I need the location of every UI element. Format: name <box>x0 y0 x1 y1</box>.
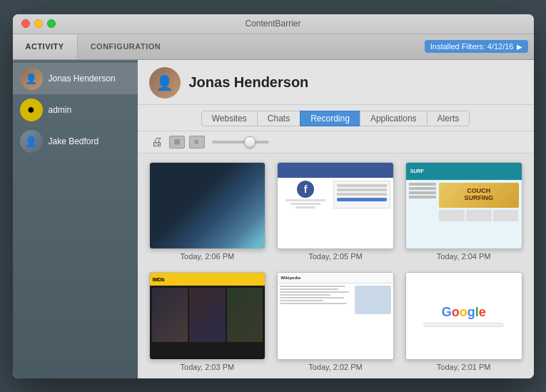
close-button[interactable] <box>21 19 30 28</box>
user-header-name: Jonas Henderson <box>189 74 309 91</box>
screenshot-time-4: Today, 2:02 PM <box>308 363 363 371</box>
content-panel: 👤 Jonas Henderson Websites Chats Recordi… <box>138 60 534 378</box>
avatar-jonas: 👤 <box>20 67 43 90</box>
screenshot-thumb-wiki[interactable]: Wikipedia <box>277 272 394 360</box>
screenshot-thumb-imdb[interactable]: IMDb <box>149 272 266 360</box>
thumb-maps-visual <box>150 163 266 249</box>
installed-filters-badge[interactable]: Installed Filters: 4/12/16 ▶ <box>425 40 528 53</box>
sidebar-label-jonas: Jonas Henderson <box>49 74 116 84</box>
slider-thumb <box>244 136 256 148</box>
app-toolbar: ACTIVITY CONFIGURATION Installed Filters… <box>13 34 534 60</box>
screenshots-area[interactable]: Today, 2:06 PM f <box>138 154 534 378</box>
titlebar: ContentBarrier <box>13 14 534 34</box>
sidebar-label-admin: admin <box>49 105 72 115</box>
screenshots-grid: Today, 2:06 PM f <box>149 162 522 372</box>
tab-alerts[interactable]: Alerts <box>427 111 470 126</box>
screenshot-thumb-couch[interactable]: SURF <box>405 162 522 250</box>
tab-activity[interactable]: ACTIVITY <box>13 34 78 59</box>
maximize-button[interactable] <box>47 19 56 28</box>
thumb-google-visual: Google <box>406 273 522 359</box>
installed-filters-arrow-icon: ▶ <box>517 43 522 51</box>
sidebar: 👤 Jonas Henderson ● admin 👤 Jake Bedford <box>13 60 138 378</box>
screenshot-thumb-google[interactable]: Google <box>405 272 522 360</box>
sidebar-item-admin[interactable]: ● admin <box>13 94 138 126</box>
user-header: 👤 Jonas Henderson <box>138 60 534 105</box>
size-slider[interactable] <box>212 141 269 144</box>
avatar-admin: ● <box>20 99 43 121</box>
tabs-bar: Websites Chats Recording Applications Al… <box>138 105 534 131</box>
view-controls: 🖨 ⊞ ≡ <box>138 131 534 154</box>
screenshot-thumb-facebook[interactable]: f <box>277 162 394 250</box>
app-window: ContentBarrier ACTIVITY CONFIGURATION In… <box>13 14 534 378</box>
tab-configuration[interactable]: CONFIGURATION <box>78 34 174 59</box>
view-icon-print[interactable]: 🖨 <box>149 136 165 149</box>
thumb-wiki-visual: Wikipedia <box>278 273 393 359</box>
thumb-couch-visual: SURF <box>406 163 522 249</box>
screenshot-item[interactable]: Google Today, 2:01 PM <box>405 272 522 371</box>
slider-track <box>212 141 269 144</box>
traffic-lights <box>21 19 56 28</box>
screenshot-item[interactable]: Today, 2:06 PM <box>149 162 266 261</box>
screenshot-item[interactable]: IMDb Today, 2:03 PM <box>149 272 266 371</box>
screenshot-time-1: Today, 2:05 PM <box>308 252 363 261</box>
sidebar-item-jake[interactable]: 👤 Jake Bedford <box>13 126 138 157</box>
minimize-button[interactable] <box>34 19 43 28</box>
view-icon-grid[interactable]: ⊞ <box>169 136 185 149</box>
view-icon-list[interactable]: ≡ <box>189 136 205 149</box>
thumb-imdb-visual: IMDb <box>150 273 266 359</box>
window-title: ContentBarrier <box>245 19 300 29</box>
tab-recording[interactable]: Recording <box>300 111 360 126</box>
screenshot-time-2: Today, 2:04 PM <box>437 252 491 261</box>
tab-chats[interactable]: Chats <box>257 111 300 126</box>
screenshot-item[interactable]: f <box>277 162 394 261</box>
user-header-avatar: 👤 <box>149 67 181 99</box>
main-area: 👤 Jonas Henderson ● admin 👤 Jake Bedford <box>13 60 534 378</box>
screenshot-time-5: Today, 2:01 PM <box>437 363 491 371</box>
tab-websites[interactable]: Websites <box>201 111 257 126</box>
screenshot-time-0: Today, 2:06 PM <box>181 252 235 261</box>
screenshot-time-3: Today, 2:03 PM <box>181 363 235 371</box>
avatar-jake: 👤 <box>20 130 43 153</box>
screenshot-item[interactable]: SURF <box>405 162 522 261</box>
sidebar-item-jonas[interactable]: 👤 Jonas Henderson <box>13 63 138 94</box>
tab-applications[interactable]: Applications <box>360 111 427 126</box>
sidebar-label-jake: Jake Bedford <box>49 136 99 146</box>
screenshot-item[interactable]: Wikipedia <box>277 272 394 371</box>
thumb-facebook-visual: f <box>278 163 393 249</box>
screenshot-thumb-maps[interactable] <box>149 162 266 250</box>
